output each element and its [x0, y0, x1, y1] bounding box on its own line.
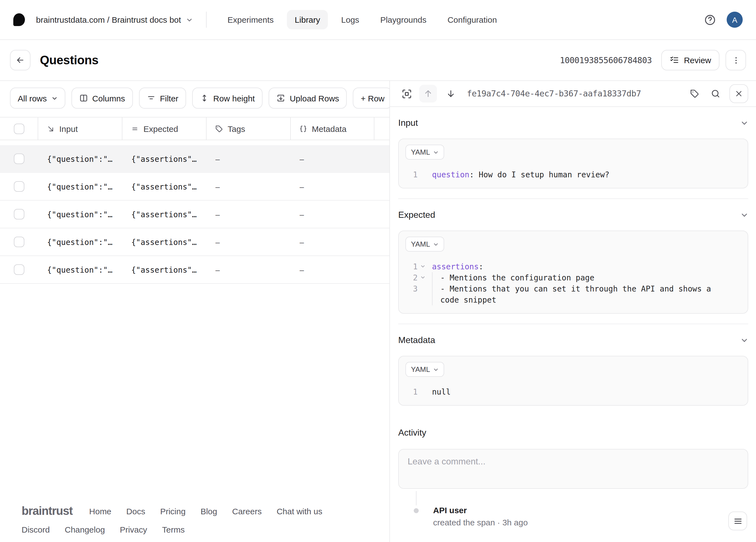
code-line: 1question: How do I setup human review?: [405, 169, 741, 180]
input-code-block: YAML1question: How do I setup human revi…: [398, 138, 748, 188]
column-label: Input: [59, 124, 78, 133]
cell-expected: {"assertions"…: [122, 265, 206, 274]
back-button[interactable]: [10, 50, 30, 70]
tag-icon: [215, 124, 223, 133]
more-options-button[interactable]: [726, 50, 746, 70]
upload-icon: [276, 94, 285, 102]
row-checkbox[interactable]: [14, 153, 24, 164]
previous-row-button[interactable]: [419, 85, 437, 102]
main-split: All rows Columns Filter Row height: [0, 81, 756, 542]
row-checkbox[interactable]: [14, 236, 24, 247]
timeline-line: [416, 491, 416, 505]
equals-icon: [131, 124, 139, 133]
cell-tags: –: [206, 210, 290, 218]
dataset-id: 1000193855606784803: [560, 55, 652, 65]
format-dropdown[interactable]: YAML: [405, 236, 444, 251]
cell-metadata: –: [290, 154, 374, 163]
line-number: 2: [405, 272, 418, 283]
row-height-button[interactable]: Row height: [192, 88, 263, 109]
table-body: {"question":"…{"assertions"…––{"question…: [0, 140, 389, 284]
fold-chevron-icon[interactable]: [418, 261, 428, 269]
nav-tab-playgrounds[interactable]: Playgrounds: [372, 10, 434, 29]
detail-panel-body: InputYAML1question: How do I setup human…: [390, 107, 756, 542]
table-row[interactable]: {"question":"…{"assertions"…––: [0, 173, 389, 200]
avatar[interactable]: A: [727, 12, 743, 28]
expected-section: ExpectedYAML1assertions:2- Mentions the …: [398, 199, 748, 324]
chevron-down-icon: [433, 241, 439, 247]
select-all-checkbox[interactable]: [14, 123, 24, 134]
column-header-expected[interactable]: Expected: [122, 117, 206, 140]
table-row[interactable]: {"question":"…{"assertions"…––: [0, 256, 389, 284]
row-checkbox[interactable]: [14, 264, 24, 275]
menu-fab-button[interactable]: [728, 512, 747, 530]
cell-expected: {"assertions"…: [122, 210, 206, 218]
list-checks-icon: [670, 55, 679, 65]
columns-button[interactable]: Columns: [71, 88, 133, 109]
upload-rows-button[interactable]: Upload Rows: [269, 88, 347, 109]
format-dropdown[interactable]: YAML: [405, 145, 444, 160]
nav-tab-logs[interactable]: Logs: [333, 10, 367, 29]
nav-tab-configuration[interactable]: Configuration: [440, 10, 505, 29]
metadata-section: MetadataYAML1null: [398, 324, 748, 416]
format-label: YAML: [411, 240, 430, 248]
footer-link-privacy[interactable]: Privacy: [120, 525, 147, 534]
row-checkbox[interactable]: [14, 209, 24, 219]
line-number: 1: [405, 169, 418, 180]
table-row[interactable]: {"question":"…{"assertions"…––: [0, 228, 389, 256]
fold-chevron-icon: [418, 283, 428, 286]
cell-expected: {"assertions"…: [122, 182, 206, 191]
chevron-down-icon[interactable]: [740, 337, 748, 344]
help-button[interactable]: [701, 11, 719, 29]
cell-input: {"question":"…: [38, 265, 122, 274]
next-row-button[interactable]: [442, 85, 460, 102]
footer-link-chat-with-us[interactable]: Chat with us: [277, 506, 322, 516]
breadcrumb[interactable]: braintrustdata.com / Braintrust docs bot: [36, 15, 193, 24]
column-header-input[interactable]: Input: [38, 117, 122, 140]
table-header: Input Expected Tags Metadata: [0, 117, 389, 140]
footer-link-discord[interactable]: Discord: [22, 525, 50, 534]
add-row-button[interactable]: + Row: [353, 88, 390, 109]
close-panel-button[interactable]: [729, 84, 748, 103]
table-row[interactable]: {"question":"…{"assertions"…––: [0, 145, 389, 173]
footer-link-home[interactable]: Home: [89, 506, 111, 516]
fold-chevron-icon: [418, 386, 428, 389]
activity-timeline: API user created the span · 3h ago: [398, 491, 748, 527]
comment-input[interactable]: [398, 449, 748, 489]
row-checkbox[interactable]: [14, 181, 24, 192]
braintrust-logo-icon[interactable]: [13, 13, 25, 26]
search-icon-button[interactable]: [707, 85, 724, 102]
all-rows-dropdown[interactable]: All rows: [10, 88, 65, 109]
site-footer: braintrust HomeDocsPricingBlogCareersCha…: [0, 504, 389, 542]
fold-chevron-icon[interactable]: [418, 272, 428, 280]
footer-link-blog[interactable]: Blog: [200, 506, 217, 516]
review-button[interactable]: Review: [661, 50, 719, 70]
table-row[interactable]: {"question":"…{"assertions"…––: [0, 200, 389, 228]
nav-divider: [206, 12, 207, 28]
code-line: 2- Mentions the configuration page: [405, 272, 741, 283]
page-title: Questions: [40, 53, 99, 67]
nav-links: ExperimentsLibraryLogsPlaygroundsConfigu…: [220, 10, 505, 29]
footer-link-docs[interactable]: Docs: [126, 506, 145, 516]
chevron-down-icon[interactable]: [740, 211, 748, 219]
chevron-down-icon[interactable]: [740, 119, 748, 127]
format-dropdown[interactable]: YAML: [405, 362, 444, 377]
tag-icon-button[interactable]: [686, 85, 703, 102]
nav-tab-experiments[interactable]: Experiments: [220, 10, 282, 29]
detail-panel-header: fe19a7c4-704e-4ec7-b367-aafa18337db7: [390, 81, 756, 107]
filter-button[interactable]: Filter: [139, 88, 186, 109]
column-header-metadata[interactable]: Metadata: [290, 117, 374, 140]
timeline-event: API user created the span · 3h ago: [410, 491, 748, 527]
column-header-tags[interactable]: Tags: [206, 117, 290, 140]
footer-link-pricing[interactable]: Pricing: [160, 506, 186, 516]
footer-link-terms[interactable]: Terms: [162, 525, 185, 534]
expand-icon[interactable]: [398, 85, 415, 102]
footer-link-changelog[interactable]: Changelog: [65, 525, 105, 534]
nav-tab-library[interactable]: Library: [287, 10, 328, 29]
fold-chevron-icon: [418, 169, 428, 172]
footer-link-careers[interactable]: Careers: [232, 506, 262, 516]
table-toolbar: All rows Columns Filter Row height: [0, 81, 389, 117]
cell-expected: {"assertions"…: [122, 154, 206, 163]
breadcrumb-label: braintrustdata.com / Braintrust docs bot: [36, 15, 181, 24]
columns-icon: [79, 94, 88, 102]
cell-input: {"question":"…: [38, 182, 122, 191]
